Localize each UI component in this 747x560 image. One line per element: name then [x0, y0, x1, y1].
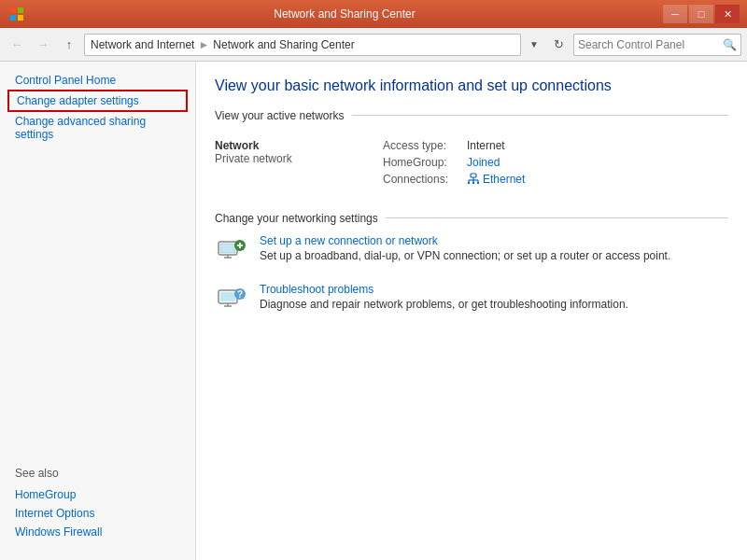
content-area: View your basic network information and … — [196, 62, 747, 560]
svg-rect-14 — [220, 244, 235, 253]
minimize-button[interactable]: ─ — [663, 5, 687, 23]
network-name-block: Network Private network — [215, 139, 364, 165]
connections-label: Connections: — [383, 173, 467, 186]
svg-text:?: ? — [237, 289, 243, 300]
access-type-row: Access type: Internet — [383, 139, 728, 152]
sidebar-item-change-adapter-settings[interactable]: Change adapter settings — [7, 90, 188, 112]
refresh-button[interactable]: ↻ — [547, 34, 570, 56]
svg-rect-4 — [471, 174, 476, 177]
troubleshoot-text: Troubleshoot problems Diagnose and repai… — [260, 283, 628, 311]
svg-rect-12 — [477, 182, 479, 184]
svg-rect-10 — [468, 182, 470, 184]
sidebar-item-control-panel-home[interactable]: Control Panel Home — [0, 71, 195, 90]
sidebar-item-homegroup[interactable]: HomeGroup — [15, 485, 180, 504]
network-info: Network Private network Access type: Int… — [215, 132, 728, 197]
new-connection-text: Set up a new connection or network Set u… — [260, 234, 670, 262]
networking-settings-header: Change your networking settings — [215, 212, 728, 225]
breadcrumb-dropdown[interactable]: ▼ — [525, 34, 543, 56]
connections-value[interactable]: Ethernet — [483, 173, 525, 186]
search-box[interactable]: 🔍 — [573, 34, 741, 56]
active-networks-header: View your active networks — [215, 109, 728, 122]
back-button[interactable]: ← — [6, 34, 28, 56]
breadcrumb-network-internet[interactable]: Network and Internet — [91, 38, 194, 51]
page-title: View your basic network information and … — [215, 77, 728, 96]
access-type-value: Internet — [467, 139, 505, 152]
breadcrumb: Network and Internet ► Network and Shari… — [84, 34, 521, 56]
access-type-label: Access type: — [383, 139, 467, 152]
network-details: Access type: Internet HomeGroup: Joined … — [383, 139, 728, 189]
new-connection-item: Set up a new connection or network Set u… — [215, 234, 728, 268]
breadcrumb-current: Network and Sharing Center — [213, 38, 354, 51]
homegroup-row: HomeGroup: Joined — [383, 156, 728, 169]
homegroup-label: HomeGroup: — [383, 156, 467, 169]
search-input[interactable] — [578, 38, 723, 51]
svg-rect-11 — [472, 182, 474, 184]
up-button[interactable]: ↑ — [58, 34, 80, 56]
svg-rect-0 — [10, 7, 16, 13]
troubleshoot-icon: ? — [215, 283, 248, 316]
connections-row: Connections: — [383, 173, 728, 186]
network-name: Network — [215, 139, 364, 152]
sidebar-item-internet-options[interactable]: Internet Options — [15, 504, 180, 523]
app-icon — [7, 5, 26, 23]
sidebar-item-windows-firewall[interactable]: Windows Firewall — [15, 523, 180, 541]
ethernet-icon — [467, 173, 480, 186]
sidebar-item-change-advanced-sharing[interactable]: Change advanced sharing settings — [0, 112, 195, 144]
close-button[interactable]: ✕ — [715, 5, 740, 23]
sidebar-spacer — [0, 144, 195, 457]
window-controls: ─ □ ✕ — [663, 5, 740, 23]
addressbar: ← → ↑ Network and Internet ► Network and… — [0, 28, 747, 62]
window-title: Network and Sharing Center — [26, 7, 663, 21]
svg-rect-22 — [220, 292, 235, 301]
svg-rect-1 — [18, 7, 23, 13]
see-also-section: See also HomeGroup Internet Options Wind… — [0, 457, 195, 551]
homegroup-value[interactable]: Joined — [467, 156, 500, 169]
titlebar: Network and Sharing Center ─ □ ✕ — [0, 0, 747, 28]
new-connection-link[interactable]: Set up a new connection or network — [260, 234, 670, 247]
see-also-label: See also — [15, 467, 180, 480]
sidebar: Control Panel Home Change adapter settin… — [0, 62, 196, 560]
troubleshoot-desc: Diagnose and repair network problems, or… — [260, 298, 628, 311]
forward-button[interactable]: → — [32, 34, 54, 56]
troubleshoot-link[interactable]: Troubleshoot problems — [260, 283, 628, 296]
new-connection-desc: Set up a broadband, dial-up, or VPN conn… — [260, 249, 670, 262]
network-type: Private network — [215, 152, 364, 165]
new-connection-icon — [215, 234, 248, 268]
svg-rect-2 — [10, 15, 16, 21]
main-layout: Control Panel Home Change adapter settin… — [0, 62, 747, 560]
troubleshoot-item: ? Troubleshoot problems Diagnose and rep… — [215, 283, 728, 316]
breadcrumb-separator: ► — [198, 38, 209, 51]
restore-button[interactable]: □ — [689, 5, 713, 23]
search-icon: 🔍 — [723, 38, 737, 51]
svg-rect-3 — [18, 15, 23, 21]
